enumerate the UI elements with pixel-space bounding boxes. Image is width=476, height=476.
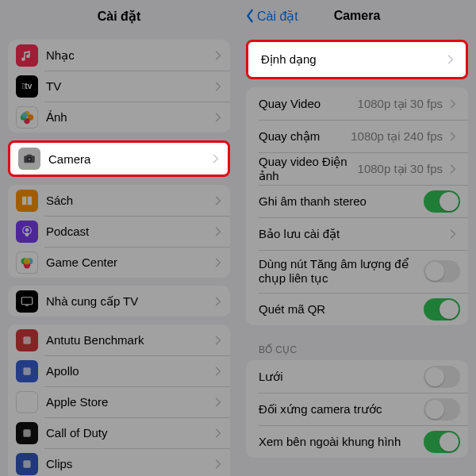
section-header-capture: CHỤP ẢNH: [246, 466, 468, 476]
setting-row-format[interactable]: Định dạng: [248, 42, 466, 77]
setting-label: Quét mã QR: [259, 302, 424, 316]
sidebar-item-label: Clips: [46, 457, 211, 470]
chevron-right-icon: [211, 459, 225, 470]
svg-rect-19: [23, 398, 30, 405]
sidebar-item-appstore[interactable]: Apple Store: [8, 386, 230, 417]
books-icon: [16, 190, 38, 212]
highlight-camera-row: Camera: [8, 140, 230, 177]
setting-value: 1080p tại 240 fps: [351, 129, 443, 144]
chevron-right-icon: [211, 257, 225, 268]
sidebar-item-label: Ảnh: [46, 110, 211, 125]
chevron-right-icon: [211, 335, 225, 346]
chevron-right-icon: [211, 366, 225, 377]
setting-row-cine[interactable]: Quay video Điện ảnh1080p tại 30 fps: [246, 152, 468, 185]
sidebar-item-label: TV: [46, 79, 211, 93]
svg-point-14: [24, 258, 30, 264]
highlight-format-row: Định dạng: [246, 40, 468, 79]
setting-row-outside: Xem bên ngoài khung hình: [246, 425, 468, 458]
chevron-right-icon: [211, 397, 225, 408]
setting-row-grid: Lưới: [246, 360, 468, 393]
clips-icon: [16, 453, 38, 475]
sidebar-item-music[interactable]: Nhạc: [8, 40, 230, 71]
camera-settings-list[interactable]: Định dạngQuay Video1080p tại 30 fpsQuay …: [238, 32, 476, 476]
apollo-icon: [16, 360, 38, 382]
chevron-right-icon: [446, 228, 460, 240]
sidebar-item-photos[interactable]: Ảnh: [8, 102, 230, 132]
sidebar-item-label: Sách: [46, 194, 211, 207]
sidebar-item-tvprov[interactable]: Nhà cung cấp TV: [8, 286, 230, 317]
setting-label: Quay Video: [259, 97, 358, 110]
sidebar-item-label: Game Center: [46, 255, 211, 269]
tv-icon: tv: [16, 75, 38, 98]
section-header-layout: BỐ CỤC: [246, 333, 468, 360]
setting-value: 1080p tại 30 fps: [358, 162, 443, 176]
setting-row-stereo: Ghi âm thanh stereo: [246, 185, 468, 217]
master-title: Cài đặt: [98, 9, 140, 24]
setting-label: Quay video Điện ảnh: [259, 155, 358, 183]
chevron-right-icon: [211, 112, 225, 123]
toggle-switch[interactable]: [424, 260, 460, 282]
sidebar-item-label: Nhà cung cấp TV: [46, 294, 211, 309]
master-navbar: Cài đặt: [0, 0, 238, 32]
sidebar-item-label: Camera: [48, 152, 209, 166]
setting-row-recvid[interactable]: Quay Video1080p tại 30 fps: [246, 87, 468, 120]
sidebar-item-gc[interactable]: Game Center: [8, 247, 230, 278]
setting-value: 1080p tại 30 fps: [358, 97, 443, 111]
sidebar-item-label: Apollo: [46, 364, 211, 378]
sidebar-item-clips[interactable]: Clips: [8, 448, 230, 476]
setting-label: Dùng nút Tăng âm lượng để chụp liên tục: [259, 257, 424, 286]
toggle-switch[interactable]: [424, 398, 460, 420]
sidebar-item-label: Antutu Benchmark: [46, 333, 211, 347]
svg-rect-21: [23, 460, 30, 467]
sidebar-item-camera[interactable]: Camera: [10, 143, 228, 175]
sidebar-item-label: Podcast: [46, 225, 211, 238]
chevron-right-icon: [211, 226, 225, 237]
sidebar-item-label: Call of Duty: [46, 426, 211, 440]
setting-row-preserve[interactable]: Bảo lưu cài đặt: [246, 217, 468, 250]
back-button[interactable]: Cài đặt: [244, 9, 298, 24]
settings-master-pane: Cài đặt NhạctvTVẢnhCameraSáchPodcastGam…: [0, 0, 238, 476]
sidebar-item-antutu[interactable]: Antutu Benchmark: [8, 324, 230, 355]
chevron-right-icon: [209, 153, 223, 164]
toggle-switch[interactable]: [424, 298, 460, 321]
setting-label: Bảo lưu cài đặt: [259, 227, 446, 241]
gc-icon: [16, 251, 38, 274]
setting-label: Định dạng: [261, 52, 443, 67]
toggle-switch[interactable]: [424, 431, 460, 453]
setting-row-qr: Quét mã QR: [246, 293, 468, 325]
podcast-icon: [16, 221, 38, 243]
setting-label: Đối xứng camera trước: [259, 402, 424, 416]
setting-label: Quay chậm: [259, 129, 351, 144]
setting-label: Ghi âm thanh stereo: [259, 194, 424, 208]
music-icon: [16, 44, 38, 67]
sidebar-item-cod[interactable]: Call of Duty: [8, 417, 230, 448]
svg-rect-18: [23, 367, 30, 374]
chevron-right-icon: [211, 81, 225, 92]
svg-rect-15: [21, 297, 33, 304]
sidebar-item-tv[interactable]: tvTV: [8, 71, 230, 102]
setting-row-volburst: Dùng nút Tăng âm lượng để chụp liên tục: [246, 250, 468, 293]
sidebar-item-apollo[interactable]: Apollo: [8, 355, 230, 386]
chevron-right-icon: [446, 131, 460, 142]
photos-icon: [16, 106, 38, 129]
svg-rect-20: [23, 429, 30, 436]
chevron-right-icon: [211, 50, 225, 61]
toggle-switch[interactable]: [424, 366, 460, 388]
setting-label: Xem bên ngoài khung hình: [259, 435, 424, 448]
detail-navbar: Cài đặt Camera: [238, 0, 476, 32]
antutu-icon: [16, 329, 38, 351]
settings-list[interactable]: NhạctvTVẢnhCameraSáchPodcastGame Center…: [0, 32, 238, 476]
sidebar-item-books[interactable]: Sách: [8, 185, 230, 216]
setting-label: Lưới: [259, 370, 424, 384]
setting-row-slomo[interactable]: Quay chậm1080p tại 240 fps: [246, 120, 468, 152]
svg-rect-17: [23, 336, 30, 344]
sidebar-item-podcast[interactable]: Podcast: [8, 216, 230, 247]
chevron-right-icon: [446, 163, 460, 175]
svg-point-4: [22, 112, 28, 117]
cod-icon: [16, 422, 38, 444]
toggle-switch[interactable]: [424, 190, 460, 213]
detail-title: Camera: [334, 9, 381, 23]
setting-row-mirror: Đối xứng camera trước: [246, 393, 468, 425]
chevron-right-icon: [211, 428, 225, 439]
svg-point-8: [29, 158, 31, 160]
